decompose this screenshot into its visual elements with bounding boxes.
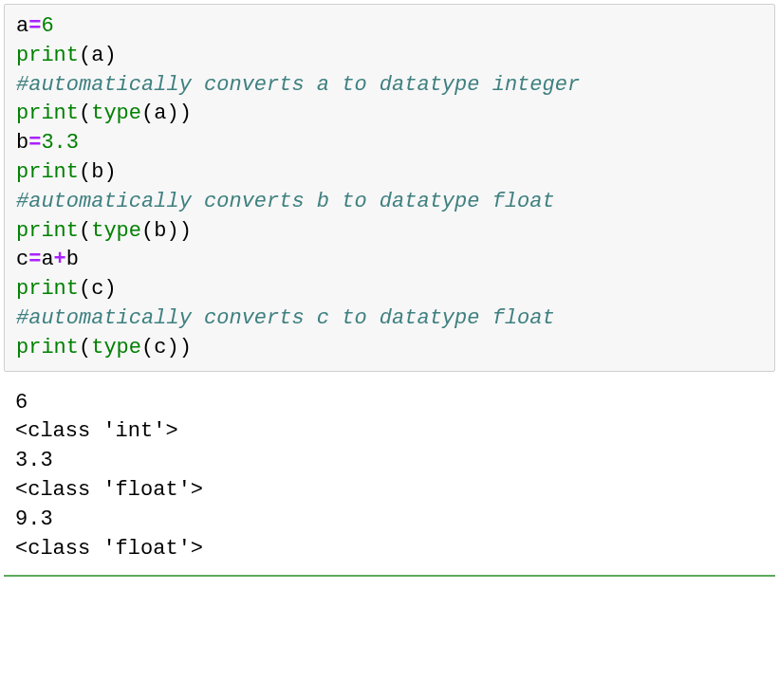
code-comment: #automatically converts c to datatype fl… bbox=[16, 306, 555, 330]
code-line: print(c) bbox=[16, 275, 763, 304]
code-token: ( bbox=[141, 336, 154, 359]
output-line: <class 'float'> bbox=[15, 476, 764, 506]
code-token: print bbox=[16, 160, 79, 184]
code-token: ( bbox=[79, 277, 91, 301]
code-line: b=3.3 bbox=[16, 129, 763, 158]
code-token: ( bbox=[79, 160, 91, 184]
code-line: print(b) bbox=[16, 158, 763, 188]
code-token: 6 bbox=[41, 14, 53, 38]
code-token: type bbox=[91, 101, 141, 125]
code-line: c=a+b bbox=[16, 246, 763, 275]
code-token: a bbox=[91, 44, 103, 67]
code-line: #automatically converts b to datatype fl… bbox=[16, 188, 763, 217]
code-token: b bbox=[16, 131, 28, 155]
code-token: b bbox=[91, 160, 103, 184]
code-token: print bbox=[16, 277, 79, 301]
code-token: ) bbox=[179, 336, 192, 359]
code-token: b bbox=[154, 219, 166, 243]
output-line: <class 'int'> bbox=[15, 417, 764, 447]
code-token: ) bbox=[166, 219, 178, 243]
divider bbox=[4, 575, 775, 577]
code-token: ) bbox=[179, 219, 192, 243]
code-token: = bbox=[28, 131, 41, 155]
code-line: a=6 bbox=[16, 12, 763, 42]
code-line: #automatically converts a to datatype in… bbox=[16, 71, 763, 101]
code-token: print bbox=[16, 44, 79, 67]
code-token: print bbox=[16, 101, 79, 125]
code-token: a bbox=[41, 248, 53, 271]
output-line: 6 bbox=[15, 389, 764, 418]
code-token: type bbox=[91, 219, 141, 243]
code-token: c bbox=[91, 277, 103, 301]
code-token: ( bbox=[141, 219, 154, 243]
code-output-cell: 6 <class 'int'> 3.3 <class 'float'> 9.3 … bbox=[4, 385, 775, 570]
code-comment: #automatically converts b to datatype fl… bbox=[16, 190, 555, 213]
code-token: + bbox=[54, 248, 66, 271]
output-line: 9.3 bbox=[15, 506, 764, 535]
code-token: ( bbox=[79, 336, 91, 359]
code-token: ) bbox=[166, 336, 178, 359]
code-token: ( bbox=[79, 219, 91, 243]
code-line: print(type(a)) bbox=[16, 100, 763, 129]
code-token: a bbox=[154, 101, 166, 125]
code-token: print bbox=[16, 336, 79, 359]
code-token: ) bbox=[166, 101, 178, 125]
code-comment: #automatically converts a to datatype in… bbox=[16, 73, 580, 97]
output-line: 3.3 bbox=[15, 447, 764, 476]
code-token: ) bbox=[179, 101, 192, 125]
code-token: = bbox=[28, 248, 41, 271]
code-line: print(type(b)) bbox=[16, 217, 763, 247]
code-token: a bbox=[16, 14, 28, 38]
code-input-cell[interactable]: a=6 print(a) #automatically converts a t… bbox=[4, 4, 775, 372]
code-token: ( bbox=[79, 101, 91, 125]
code-token: c bbox=[16, 248, 28, 271]
code-line: #automatically converts c to datatype fl… bbox=[16, 304, 763, 334]
code-token: print bbox=[16, 219, 79, 243]
code-line: print(a) bbox=[16, 42, 763, 71]
code-token: c bbox=[154, 336, 166, 359]
code-line: print(type(c)) bbox=[16, 334, 763, 363]
code-token: ) bbox=[103, 160, 116, 184]
code-token: 3.3 bbox=[41, 131, 79, 155]
output-line: <class 'float'> bbox=[15, 535, 764, 564]
code-token: ( bbox=[141, 101, 154, 125]
code-token: ) bbox=[103, 44, 116, 67]
code-token: b bbox=[66, 248, 79, 271]
code-token: type bbox=[91, 336, 141, 359]
code-token: ( bbox=[79, 44, 91, 67]
code-token: ) bbox=[103, 277, 116, 301]
code-token: = bbox=[28, 14, 41, 38]
